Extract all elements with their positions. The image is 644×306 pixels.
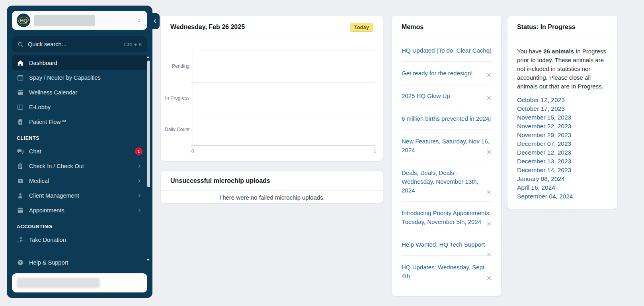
date-link[interactable]: September 04, 2024 xyxy=(517,192,608,201)
sidebar-item-label: E-Lobby xyxy=(29,104,51,110)
sidebar-item-label: Appointments xyxy=(29,207,64,214)
sidebar-item-label: Chat xyxy=(29,148,41,155)
daily-status-chart: Pending In Progress Daily Count 0 1 xyxy=(161,39,383,161)
sidebar-footer: Help & Support xyxy=(12,255,147,292)
memo-close-button[interactable] xyxy=(484,116,493,125)
search-shortcut: Ctrl + K xyxy=(124,41,142,47)
memo-close-button[interactable] xyxy=(484,147,493,156)
memo-link[interactable]: Help Wanted: HQ Tech Support xyxy=(402,240,492,249)
date-link[interactable]: October 17, 2023 xyxy=(517,104,608,113)
memo-link[interactable]: Introducing Priority Appointments, Tuesd… xyxy=(402,209,492,226)
memo-item: 6 million births prevented in 2024! xyxy=(402,107,492,130)
chart-plot-area xyxy=(193,51,375,146)
memo-close-button[interactable] xyxy=(484,93,493,102)
chart-x-tick: 1 xyxy=(372,149,378,154)
search-box[interactable]: Ctrl + K xyxy=(12,36,147,52)
org-selector[interactable]: HQ xyxy=(12,11,147,30)
search-icon xyxy=(17,41,24,48)
sidebar-item-patient-flow[interactable]: Patient Flow™ xyxy=(12,114,147,129)
chevron-updown-icon xyxy=(135,17,142,24)
sidebar-item-label: Help & Support xyxy=(29,259,68,266)
chevron-left-icon xyxy=(152,18,158,24)
memo-link[interactable]: Deals, Deals, Deals - Wednesday, Novembe… xyxy=(402,169,492,195)
in-progress-date-list: October 12, 2023 October 17, 2023 Novemb… xyxy=(517,96,608,201)
user-icon xyxy=(17,192,24,199)
sidebar-item-e-lobby[interactable]: E-Lobby xyxy=(12,100,147,114)
date-link[interactable]: December 13, 2023 xyxy=(517,157,608,166)
memo-item: HQ Updates: Wednesday, Sept 4th xyxy=(402,256,492,287)
sidebar-item-wellness-calendar[interactable]: Wellness Calendar xyxy=(12,85,147,100)
memo-close-button[interactable] xyxy=(484,71,493,79)
sidebar-item-take-donation[interactable]: Take Donation xyxy=(12,232,147,247)
app-root: HQ Ctrl + K Dashboard Spay / Neuter by C… xyxy=(0,0,644,306)
scroll-up-arrow[interactable] xyxy=(146,56,150,58)
memo-item: Help Wanted: HQ Tech Support xyxy=(402,233,492,256)
memos-card: Memos HQ Updated (To do: Clear Cache) Ge… xyxy=(392,15,502,296)
date-link[interactable]: December 14, 2023 xyxy=(517,166,608,175)
chart-category-label: Daily Count xyxy=(161,127,189,132)
sidebar-item-spay-neuter[interactable]: Spay / Neuter by Capacities xyxy=(12,70,147,85)
memo-close-button[interactable] xyxy=(484,219,493,228)
sidebar-item-label: Dashboard xyxy=(29,60,57,66)
close-icon xyxy=(486,149,492,155)
user-profile[interactable] xyxy=(12,273,147,292)
date-link[interactable]: January 08, 2024 xyxy=(517,175,608,183)
sidebar-item-appointments[interactable]: Appointments xyxy=(12,203,147,218)
sidebar-item-dashboard[interactable]: Dashboard xyxy=(12,55,147,70)
memo-link[interactable]: Get ready for the redesign! xyxy=(402,69,492,78)
date-link[interactable]: December 12, 2023 xyxy=(517,148,608,157)
donation-hand-icon xyxy=(17,236,24,243)
memo-close-button[interactable] xyxy=(484,273,493,282)
scroll-down-arrow[interactable] xyxy=(146,259,150,261)
chevron-right-icon xyxy=(136,192,142,199)
wellness-calendar-icon xyxy=(17,89,24,96)
sidebar-item-label: Patient Flow™ xyxy=(29,119,66,125)
chart-x-tick: 0 xyxy=(190,149,195,154)
sidebar-section-clients: CLIENTS xyxy=(12,135,147,141)
elobby-columns-icon xyxy=(17,104,24,111)
status-in-progress-card: Status: In Progress You have 26 animals … xyxy=(507,15,618,209)
chevron-right-icon xyxy=(136,178,142,184)
hq-logo: HQ xyxy=(17,14,30,27)
memo-close-button[interactable] xyxy=(484,188,493,196)
appointments-calendar-icon xyxy=(17,207,24,214)
close-icon xyxy=(486,94,492,101)
close-icon xyxy=(486,72,492,78)
sidebar: HQ Ctrl + K Dashboard Spay / Neuter by C… xyxy=(7,6,152,298)
memo-link[interactable]: 2025 HQ Glow Up xyxy=(402,92,492,100)
date-link[interactable]: November 22, 2023 xyxy=(517,122,608,131)
patient-flow-file-icon xyxy=(17,118,24,126)
chart-category-label: In Progress xyxy=(161,95,189,101)
memo-link[interactable]: New Features, Saturday, Nov 16, 2024 xyxy=(402,137,492,155)
chevron-right-icon xyxy=(136,207,142,214)
chart-category-label: Pending xyxy=(161,63,189,69)
date-link[interactable]: December 07, 2023 xyxy=(517,139,608,148)
sidebar-scrollbar[interactable] xyxy=(147,61,150,187)
memo-close-button[interactable] xyxy=(484,48,493,57)
close-icon xyxy=(486,275,492,281)
sidebar-item-check-in-out[interactable]: Check In / Check Out xyxy=(12,159,147,173)
sidebar-item-medical[interactable]: Medical xyxy=(12,173,147,188)
date-card-title: Wednesday, Feb 26 2025 xyxy=(170,24,245,31)
memo-link[interactable]: HQ Updates: Wednesday, Sept 4th xyxy=(402,263,492,280)
animal-count: 26 animals xyxy=(543,48,574,55)
date-link[interactable]: November 15, 2023 xyxy=(517,113,608,122)
home-icon xyxy=(17,59,24,67)
search-input[interactable] xyxy=(28,41,120,47)
memo-link[interactable]: HQ Updated (To do: Clear Cache) xyxy=(402,46,492,55)
microchip-uploads-card: Unsuccessful microchip uploads There wer… xyxy=(160,171,383,204)
medical-record-icon xyxy=(17,177,24,184)
user-name-redacted xyxy=(17,278,100,288)
daily-summary-card: Wednesday, Feb 26 2025 Today Pending In … xyxy=(160,15,383,161)
sidebar-item-client-management[interactable]: Client Management xyxy=(12,188,147,203)
date-link[interactable]: November 29, 2023 xyxy=(517,131,608,139)
close-icon xyxy=(486,117,492,124)
date-link[interactable]: April 16, 2024 xyxy=(517,183,608,192)
sidebar-item-label: Medical xyxy=(29,178,49,184)
sidebar-item-label: Wellness Calendar xyxy=(29,89,77,96)
clipboard-icon xyxy=(17,163,24,170)
sidebar-item-chat[interactable]: Chat 1 xyxy=(12,144,147,159)
memo-link[interactable]: 6 million births prevented in 2024! xyxy=(402,114,492,123)
sidebar-item-help-support[interactable]: Help & Support xyxy=(12,255,147,270)
date-link[interactable]: October 12, 2023 xyxy=(517,96,608,104)
